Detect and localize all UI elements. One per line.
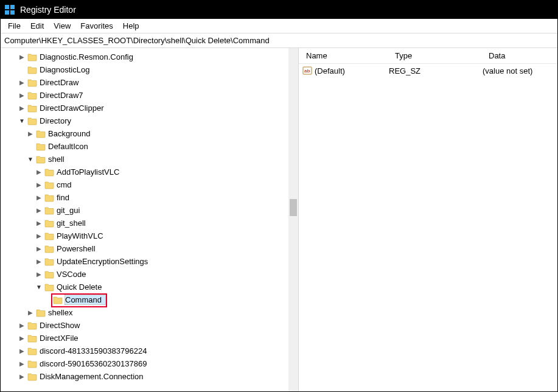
tree-node[interactable]: ▶shellex bbox=[1, 306, 288, 319]
tree-node[interactable]: ▼Quick Delete bbox=[1, 281, 288, 293]
folder-icon bbox=[44, 194, 54, 202]
tree-node-label: shellex bbox=[48, 308, 76, 317]
tree-node[interactable]: ▶discord-590165360230137869 bbox=[1, 357, 288, 370]
menu-view[interactable]: View bbox=[49, 20, 75, 32]
tree-node-label: Background bbox=[48, 129, 94, 138]
tree-node[interactable]: DiagnosticLog bbox=[1, 63, 288, 76]
value-data: (value not set) bbox=[483, 66, 557, 75]
tree-node[interactable]: DefaultIcon bbox=[1, 140, 288, 153]
tree-node-label: DirectDraw bbox=[40, 78, 82, 87]
value-list-pane: Name Type Data ab (Default) REG_SZ (valu… bbox=[299, 48, 557, 391]
menu-edit[interactable]: Edit bbox=[26, 20, 49, 32]
folder-icon bbox=[53, 296, 63, 304]
expander-icon[interactable]: ▶ bbox=[35, 219, 43, 228]
folder-icon bbox=[27, 334, 37, 343]
expander-icon[interactable]: ▶ bbox=[35, 245, 43, 253]
expander-icon[interactable]: ▶ bbox=[35, 181, 43, 189]
tree-node-label: git_gui bbox=[57, 206, 83, 215]
tree-node[interactable]: ▶Diagnostic.Resmon.Config bbox=[1, 51, 288, 63]
folder-icon bbox=[27, 53, 37, 61]
folder-icon bbox=[44, 257, 54, 266]
tree-scrollbar[interactable] bbox=[288, 48, 298, 391]
expander-icon[interactable]: ▶ bbox=[35, 232, 43, 240]
expander-icon[interactable]: ▼ bbox=[35, 283, 43, 292]
menu-favorites[interactable]: Favorites bbox=[75, 20, 117, 32]
expander-icon[interactable]: ▶ bbox=[18, 334, 26, 343]
tree-node[interactable]: ▶DirectDraw bbox=[1, 76, 288, 89]
folder-icon bbox=[44, 206, 54, 215]
svg-rect-2 bbox=[5, 10, 9, 15]
tree-node[interactable]: ▶VSCode bbox=[1, 268, 288, 281]
tree-node-label: git_shell bbox=[57, 219, 89, 228]
tree-node[interactable]: ▶DirectDrawClipper bbox=[1, 102, 288, 114]
menubar: File Edit View Favorites Help bbox=[1, 19, 557, 33]
menu-file[interactable]: File bbox=[3, 20, 26, 32]
expander-icon[interactable]: ▶ bbox=[18, 53, 26, 61]
tree-node[interactable]: ▶find bbox=[1, 191, 288, 204]
tree-scroll[interactable]: ▶Diagnostic.Resmon.ConfigDiagnosticLog▶D… bbox=[1, 48, 288, 391]
col-header-name[interactable]: Name bbox=[301, 51, 390, 60]
svg-rect-1 bbox=[10, 5, 15, 9]
expander-icon[interactable]: ▶ bbox=[18, 321, 26, 330]
window-title: Registry Editor bbox=[20, 5, 76, 15]
tree-node-label: PlayWithVLC bbox=[57, 231, 107, 240]
expander-icon[interactable]: ▶ bbox=[18, 360, 26, 368]
expander-icon[interactable]: ▶ bbox=[26, 309, 35, 317]
tree-node[interactable]: ▶git_gui bbox=[1, 204, 288, 217]
tree-node[interactable]: ▶Background bbox=[1, 127, 288, 140]
tree-node[interactable]: ▼shell bbox=[1, 153, 288, 166]
tree-node-label: VSCode bbox=[57, 270, 89, 279]
tree-node[interactable]: ▶AddToPlaylistVLC bbox=[1, 166, 288, 178]
tree-node[interactable]: ▼Directory bbox=[1, 114, 288, 127]
folder-icon bbox=[36, 309, 46, 317]
titlebar[interactable]: Registry Editor bbox=[1, 1, 557, 19]
address-path: Computer\HKEY_CLASSES_ROOT\Directory\she… bbox=[4, 36, 270, 45]
expander-icon[interactable]: ▶ bbox=[35, 270, 43, 279]
folder-icon bbox=[36, 130, 46, 138]
tree-node[interactable]: ▶DiskManagement.Connection bbox=[1, 370, 288, 383]
tree-node-label: DirectXFile bbox=[40, 334, 82, 343]
expander-icon[interactable]: ▶ bbox=[35, 168, 43, 177]
expander-icon[interactable]: ▶ bbox=[18, 347, 26, 355]
expander-icon[interactable]: ▼ bbox=[18, 117, 26, 125]
tree-node[interactable]: ▶discord-481331590383796224 bbox=[1, 345, 288, 357]
tree-node[interactable]: ▶git_shell bbox=[1, 217, 288, 229]
folder-icon bbox=[27, 360, 37, 368]
menu-help[interactable]: Help bbox=[118, 20, 144, 32]
col-header-data[interactable]: Data bbox=[484, 51, 557, 60]
expander-icon[interactable]: ▶ bbox=[35, 206, 43, 215]
expander-icon[interactable]: ▶ bbox=[18, 104, 26, 113]
tree-node[interactable]: ▶DirectShow bbox=[1, 319, 288, 332]
tree-node-label: DefaultIcon bbox=[48, 142, 92, 151]
value-type: REG_SZ bbox=[389, 66, 483, 75]
list-body: ab (Default) REG_SZ (value not set) bbox=[299, 64, 557, 391]
main-area: ▶Diagnostic.Resmon.ConfigDiagnosticLog▶D… bbox=[1, 48, 557, 391]
tree-node[interactable]: Command bbox=[1, 293, 288, 306]
tree-node-label: Quick Delete bbox=[57, 282, 105, 292]
list-row[interactable]: ab (Default) REG_SZ (value not set) bbox=[299, 64, 557, 77]
folder-icon bbox=[44, 283, 54, 292]
folder-icon bbox=[36, 142, 46, 151]
tree-node[interactable]: ▶PlayWithVLC bbox=[1, 229, 288, 242]
expander-icon[interactable]: ▶ bbox=[18, 91, 26, 100]
tree-node[interactable]: ▶DirectDraw7 bbox=[1, 89, 288, 102]
expander-icon[interactable]: ▶ bbox=[18, 373, 26, 381]
expander-icon[interactable]: ▶ bbox=[35, 257, 43, 266]
expander-icon[interactable]: ▶ bbox=[26, 130, 35, 138]
address-bar[interactable]: Computer\HKEY_CLASSES_ROOT\Directory\she… bbox=[1, 33, 557, 48]
folder-icon bbox=[44, 270, 54, 279]
expander-icon[interactable]: ▶ bbox=[18, 79, 26, 87]
tree-node[interactable]: ▶Powershell bbox=[1, 242, 288, 255]
tree-node[interactable]: ▶UpdateEncryptionSettings bbox=[1, 255, 288, 268]
folder-icon bbox=[27, 347, 37, 355]
expander-icon[interactable]: ▼ bbox=[26, 155, 35, 164]
folder-icon bbox=[44, 232, 54, 240]
expander-icon[interactable]: ▶ bbox=[35, 194, 43, 202]
tree-node[interactable]: ▶DirectXFile bbox=[1, 332, 288, 345]
tree-node[interactable]: ▶cmd bbox=[1, 178, 288, 191]
tree-node-label: cmd bbox=[57, 180, 75, 189]
scroll-thumb[interactable] bbox=[290, 199, 297, 216]
folder-icon bbox=[27, 66, 37, 74]
col-header-type[interactable]: Type bbox=[390, 51, 484, 60]
string-value-icon: ab bbox=[302, 66, 312, 75]
